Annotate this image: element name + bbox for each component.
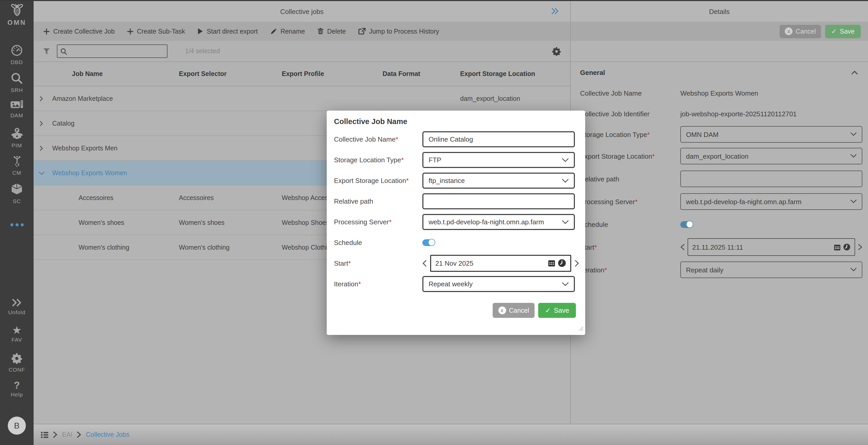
details-field-processing-server: Processing Server web.t.pd-develop-fa-ni… (571, 190, 868, 213)
date-prev-icon[interactable] (422, 260, 427, 266)
start-date-input[interactable]: 21 Nov 2025 (430, 255, 571, 272)
export-storage-location-select[interactable]: ftp_instance (422, 172, 575, 188)
calendar-icon[interactable] (548, 259, 555, 267)
collective-job-name-input[interactable]: Online Catalog (422, 131, 575, 147)
general-section-header[interactable]: General (571, 62, 868, 83)
column-header[interactable]: Data Format (382, 70, 460, 77)
sidebar-item-fav[interactable]: ★FAV (0, 325, 34, 343)
job-name-cell: Webshop Exports Men (52, 145, 117, 152)
table-row[interactable]: Amazon Marketplace dam_export_location (34, 86, 570, 111)
column-header[interactable]: Export Selector (179, 70, 282, 77)
collective-job-modal: Collective Job Name Collective Job Name … (327, 110, 585, 335)
start-direct-export-button[interactable]: Start direct export (192, 24, 264, 38)
column-header[interactable]: Export Profile (282, 70, 382, 77)
table-header: Job Name Export Selector Export Profile … (34, 62, 570, 86)
details-title: Details (709, 7, 730, 15)
date-next-icon[interactable] (858, 244, 862, 250)
sidebar-item-dam[interactable]: DAM (0, 100, 34, 118)
processing-server-select[interactable]: web.t.pd-develop-fa-night.omn.ap.farm (680, 193, 862, 210)
date-prev-icon[interactable] (680, 244, 684, 250)
sidebar-item-more[interactable] (0, 219, 34, 228)
rename-button[interactable]: Rename (265, 24, 311, 38)
details-field-name: Collective Job Name Webshop Exports Wome… (571, 83, 868, 103)
details-save-button[interactable]: ✓ Save (825, 25, 861, 38)
sidebar-item-pim[interactable]: PPIM (0, 128, 34, 148)
left-panel-header: Collective jobs (34, 1, 570, 22)
resize-handle[interactable] (578, 324, 584, 333)
list-icon[interactable] (41, 431, 49, 438)
calendar-icon[interactable] (834, 244, 841, 250)
sidebar-item-conf[interactable]: CONF (0, 353, 34, 373)
clock-icon[interactable] (843, 244, 850, 251)
details-panel: Details x Cancel ✓ Save General Collecti… (571, 1, 868, 445)
jump-icon (358, 28, 366, 35)
plus-icon (127, 28, 133, 34)
delete-button[interactable]: Delete (312, 24, 351, 38)
job-name-cell: Accessoires (79, 194, 114, 201)
sidebar-item-dbd[interactable]: DBD (0, 44, 34, 65)
export-selector-cell: Women's shoes (179, 219, 282, 226)
column-header[interactable]: Job Name (34, 70, 179, 77)
row-expand-icon[interactable] (39, 96, 44, 101)
modal-buttons: x Cancel ✓ Save (327, 294, 585, 318)
jump-to-process-history-button[interactable]: Jump to Process History (352, 24, 445, 38)
row-expand-icon[interactable] (39, 146, 44, 151)
schedule-toggle[interactable] (680, 221, 693, 228)
processing-server-select[interactable]: web.t.pd-develop-fa-night.omn.ap.farm (422, 214, 575, 230)
details-field-storage-type: Storage Location Type OMN DAM (571, 124, 868, 145)
table-settings-gear-icon[interactable] (552, 47, 561, 58)
schedule-toggle[interactable] (422, 239, 435, 246)
job-name-cell: Webshop Exports Women (52, 169, 127, 177)
product-box-icon: P (10, 132, 23, 141)
export-storage-location-select[interactable]: dam_export_location (680, 148, 862, 164)
relative-path-input[interactable] (422, 193, 575, 209)
workflow-icon (10, 160, 23, 168)
chevron-down-icon (562, 280, 569, 288)
sidebar-item-srh[interactable]: SRH (0, 72, 34, 93)
create-collective-job-button[interactable]: Create Collective Job (38, 24, 120, 38)
storage-location-type-select[interactable]: OMN DAM (680, 126, 862, 142)
row-expand-icon[interactable] (39, 121, 44, 126)
search-row: 1/4 selected (34, 41, 570, 62)
row-expand-icon[interactable] (39, 170, 44, 176)
help-icon: ? (14, 381, 20, 390)
create-sub-task-button[interactable]: Create Sub-Task (122, 24, 191, 38)
date-next-icon[interactable] (575, 260, 579, 266)
sidebar-item-cm[interactable]: CM (0, 156, 34, 176)
check-icon: ✓ (831, 27, 837, 35)
check-icon: ✓ (545, 307, 551, 314)
details-cancel-button[interactable]: x Cancel (780, 25, 821, 38)
storage-location-type-select[interactable]: FTP (422, 152, 575, 168)
iteration-select[interactable]: Repeat weekly (422, 276, 575, 292)
breadcrumb-item-current[interactable]: Collective Jobs (86, 431, 129, 438)
selection-count: 1/4 selected (185, 47, 220, 55)
modal-field-start: Start 21 Nov 2025 (327, 253, 585, 274)
plus-icon (43, 28, 50, 34)
details-field-relative-path: Relative path (571, 167, 868, 190)
svg-text:P: P (16, 128, 18, 132)
details-spacer (571, 41, 868, 62)
details-field-identifier: Collective Job Identifier job-webshop-ex… (571, 103, 868, 124)
gear-icon (11, 357, 22, 365)
modal-field-relative-path: Relative path (327, 191, 585, 212)
user-avatar[interactable]: B (8, 417, 26, 435)
expand-panel-icon[interactable] (551, 7, 559, 17)
breadcrumb-item[interactable]: EAI (62, 431, 72, 438)
breadcrumb: EAI Collective Jobs (34, 424, 868, 445)
modal-cancel-button[interactable]: x Cancel (492, 303, 535, 318)
sidebar-item-sc[interactable]: SC (0, 183, 34, 204)
sidebar-item-help[interactable]: ?Help (0, 380, 34, 398)
iteration-select[interactable]: Repeat daily (680, 261, 862, 278)
start-datetime-input[interactable]: 21.11.2025 11:11 (688, 238, 855, 256)
filter-icon[interactable] (43, 48, 50, 55)
clock-icon[interactable] (558, 259, 566, 267)
star-icon: ★ (12, 327, 22, 336)
sidebar-item-unfold[interactable]: Unfold (0, 299, 34, 315)
omn-logo[interactable]: OMN (0, 4, 34, 26)
column-header[interactable]: Export Storage Location (460, 70, 570, 77)
relative-path-input[interactable] (680, 170, 862, 187)
search-input[interactable] (57, 44, 167, 58)
modal-save-button[interactable]: ✓ Save (538, 303, 576, 318)
more-icon (9, 219, 25, 228)
modal-field-name: Collective Job Name Online Catalog (327, 129, 585, 149)
